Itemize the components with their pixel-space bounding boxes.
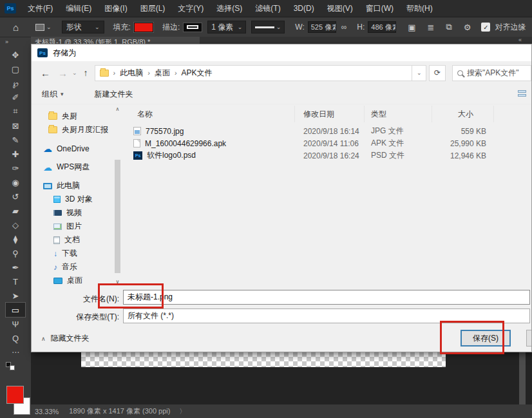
path-selection-tool[interactable]: ➤: [6, 289, 25, 303]
brush-tool[interactable]: ✑: [6, 161, 25, 175]
clone-stamp-tool[interactable]: ◉: [6, 175, 25, 189]
back-icon[interactable]: ←: [41, 68, 50, 79]
link-dimensions-icon[interactable]: ∞: [341, 23, 347, 32]
width-input[interactable]: 525 像素: [308, 21, 336, 33]
menu-file[interactable]: 文件(F): [21, 0, 59, 17]
refresh-icon[interactable]: ⟳: [429, 65, 446, 81]
menu-help[interactable]: 帮助(H): [400, 0, 439, 17]
sidebar-item-yangchu-report[interactable]: 央厨月度汇报: [32, 123, 114, 137]
stroke-width-input[interactable]: 1 像素 ⌄: [207, 21, 246, 33]
scrollbar-thumb[interactable]: [115, 160, 120, 273]
up-icon[interactable]: ↑: [84, 68, 88, 78]
crop-tool[interactable]: ⌗: [6, 104, 25, 119]
file-row[interactable]: Ps 软件logo0.psd 2020/9/18 16:24 PSD 文件 12…: [121, 149, 531, 162]
sidebar-item-downloads[interactable]: ↓ 下载: [32, 247, 114, 260]
expand-toolbar-icon[interactable]: »: [5, 39, 8, 45]
breadcrumb-apk-folder[interactable]: APK文件: [182, 68, 213, 79]
type-tool[interactable]: T: [6, 274, 25, 289]
address-bar[interactable]: › 此电脑 › 桌面 › APK文件: [95, 65, 413, 81]
blur-tool[interactable]: ⧫: [6, 232, 25, 246]
recent-locations-icon[interactable]: ⌄: [72, 70, 77, 76]
file-row[interactable]: M_1600044629966.apk 2020/9/14 11:06 APK …: [121, 137, 531, 149]
stroke-style-select[interactable]: ⌄: [251, 21, 285, 33]
fill-color-swatch[interactable]: [134, 23, 153, 32]
breadcrumb-desktop[interactable]: 桌面: [155, 68, 170, 79]
collapse-panels-icon[interactable]: «: [518, 37, 522, 43]
edit-toolbar-icon[interactable]: ⋯: [12, 348, 19, 357]
stroke-color-swatch[interactable]: [183, 23, 202, 32]
home-icon[interactable]: ⌂: [13, 22, 19, 33]
zoom-tool[interactable]: Q: [6, 331, 25, 345]
cancel-button[interactable]: [526, 330, 532, 347]
menu-3d[interactable]: 3D(D): [287, 0, 321, 17]
view-mode-icon[interactable]: [518, 90, 526, 98]
menu-view[interactable]: 视图(V): [321, 0, 359, 17]
hide-folders-button[interactable]: ∧ 隐藏文件夹: [41, 333, 90, 344]
lasso-tool[interactable]: ℘: [6, 76, 25, 90]
menu-filter[interactable]: 滤镜(T): [249, 0, 287, 17]
column-name[interactable]: 名称 ˆ: [121, 106, 295, 122]
column-type[interactable]: 类型: [365, 106, 432, 122]
sidebar-item-onedrive[interactable]: ☁ OneDrive: [32, 142, 114, 155]
file-type: JPG 文件: [365, 126, 432, 137]
frame-tool[interactable]: ⊠: [6, 119, 25, 133]
path-arrangement-icon[interactable]: ⧉: [446, 22, 452, 32]
breadcrumb-this-pc[interactable]: 此电脑: [120, 68, 143, 79]
width-label: W:: [295, 23, 304, 32]
file-date: 2020/9/14 11:06: [295, 139, 365, 148]
tool-mode-select[interactable]: 形状 ⌄: [62, 21, 104, 33]
sidebar-item-documents[interactable]: 文档: [32, 233, 114, 247]
pen-tool[interactable]: ✒: [6, 260, 25, 274]
move-tool[interactable]: ✥: [6, 48, 25, 62]
sidebar-item-pictures[interactable]: 图片: [32, 220, 114, 233]
file-row[interactable]: 775570.jpg 2020/9/18 16:14 JPG 文件 559 KB: [121, 125, 531, 137]
sidebar-scrollbar[interactable]: ∧ ∨: [114, 106, 121, 286]
foreground-color-swatch[interactable]: [6, 386, 24, 404]
path-operations-icon[interactable]: ▣: [408, 23, 415, 32]
new-folder-button[interactable]: 新建文件夹: [95, 89, 133, 100]
filename-input[interactable]: [123, 290, 530, 305]
path-alignment-icon[interactable]: ≣: [428, 23, 435, 32]
sidebar-item-3d-objects[interactable]: 3D 对象: [32, 193, 114, 206]
height-input[interactable]: 486 像素: [368, 21, 396, 33]
address-dropdown-icon[interactable]: ⌄: [412, 65, 426, 81]
forward-icon[interactable]: →: [58, 68, 68, 79]
sidebar-item-wps[interactable]: ☁ WPS网盘: [32, 160, 114, 174]
healing-brush-tool[interactable]: ✚: [6, 147, 25, 161]
menu-select[interactable]: 选择(S): [210, 0, 249, 17]
column-date[interactable]: 修改日期: [295, 106, 365, 122]
document-tab[interactable]: 未标题-1 @ 33.3% (矩形 1, RGB/8) *: [31, 37, 200, 44]
hand-tool[interactable]: Ψ: [6, 317, 25, 331]
sidebar-item-yangchu[interactable]: 央厨: [32, 109, 114, 123]
marquee-tool[interactable]: ▢: [6, 62, 25, 76]
sidebar-item-label: 文档: [64, 234, 80, 245]
menu-edit[interactable]: 编辑(E): [59, 0, 98, 17]
paint-bucket-tool[interactable]: ◇: [6, 218, 25, 232]
sidebar-item-music[interactable]: ♪ 音乐: [32, 260, 114, 274]
search-box[interactable]: [452, 65, 531, 81]
quick-selection-tool[interactable]: ✐: [6, 90, 25, 104]
eraser-tool[interactable]: ▰: [6, 204, 25, 218]
history-brush-tool[interactable]: ↺: [6, 189, 25, 204]
rectangle-tool[interactable]: ▭: [6, 303, 25, 317]
status-expand-icon[interactable]: 〉: [179, 407, 185, 416]
tool-preset-picker[interactable]: ⌄: [35, 24, 52, 31]
organize-button[interactable]: 组织 ▾: [42, 89, 64, 100]
align-edges-checkbox[interactable]: ✓: [481, 23, 490, 32]
eyedropper-tool[interactable]: ✎: [6, 133, 25, 147]
dodge-tool[interactable]: ⚲: [6, 246, 25, 260]
zoom-level-field[interactable]: 33.33%: [35, 408, 59, 415]
dialog-title: 存储为: [53, 48, 76, 59]
search-input[interactable]: [467, 68, 522, 77]
menu-type[interactable]: 文字(Y): [171, 0, 210, 17]
sidebar-item-this-pc[interactable]: 此电脑: [32, 179, 114, 193]
menu-image[interactable]: 图像(I): [98, 0, 133, 17]
menu-layer[interactable]: 图层(L): [134, 0, 172, 17]
gear-icon[interactable]: ⚙: [464, 23, 471, 32]
column-size[interactable]: 大小: [432, 106, 494, 122]
sidebar-item-label: 下载: [62, 248, 77, 259]
scroll-up-icon[interactable]: ∧: [114, 106, 121, 113]
default-swatches-icon[interactable]: [6, 362, 15, 370]
sidebar-item-videos[interactable]: 视频: [32, 206, 114, 220]
menu-window[interactable]: 窗口(W): [359, 0, 400, 17]
